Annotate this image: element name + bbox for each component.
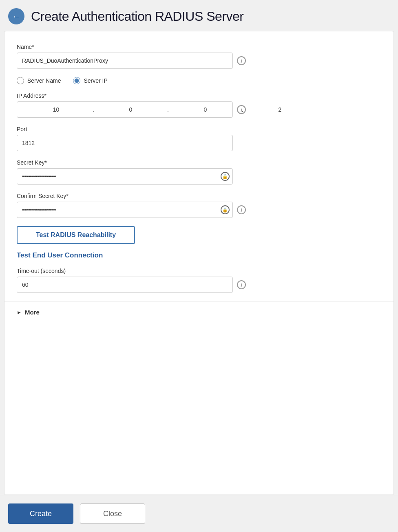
close-button[interactable]: Close	[80, 503, 145, 524]
confirm-secret-key-field-group: Confirm Secret Key* 🔒 i	[17, 193, 381, 218]
timeout-field-group: Time-out (seconds) i	[17, 268, 381, 293]
server-name-radio[interactable]	[17, 77, 24, 84]
server-name-radio-option[interactable]: Server Name	[17, 77, 61, 84]
name-info-icon[interactable]: i	[237, 56, 246, 65]
timeout-info-icon[interactable]: i	[237, 280, 246, 289]
confirm-secret-key-toggle-button[interactable]: 🔒	[221, 205, 230, 214]
name-field-row: i	[17, 53, 381, 69]
test-radius-button[interactable]: Test RADIUS Reachability	[17, 226, 135, 244]
ip-segment-3[interactable]	[170, 106, 241, 113]
test-end-user-link[interactable]: Test End User Connection	[17, 251, 381, 259]
confirm-secret-key-info-icon[interactable]: i	[237, 205, 246, 214]
ip-label: IP Address*	[17, 92, 381, 99]
secret-key-field-row: 🔒	[17, 168, 381, 185]
radio-group: Server Name Server IP	[17, 77, 381, 84]
name-field-group: Name* i	[17, 44, 381, 69]
page-header: ← Create Authentication RADIUS Server	[0, 0, 398, 31]
name-label: Name*	[17, 44, 381, 50]
confirm-lock-icon: 🔒	[221, 205, 230, 214]
more-label: More	[25, 309, 40, 316]
more-section[interactable]: ► More	[17, 301, 381, 323]
port-input[interactable]	[17, 135, 233, 151]
ip-segment-4[interactable]	[244, 106, 316, 113]
confirm-secret-key-wrapper: 🔒	[17, 202, 233, 218]
timeout-input[interactable]	[17, 277, 233, 293]
name-input[interactable]	[17, 53, 233, 69]
server-ip-radio-option[interactable]: Server IP	[73, 77, 107, 84]
ip-segment-1[interactable]	[20, 106, 92, 113]
secret-key-wrapper: 🔒	[17, 168, 233, 185]
back-button[interactable]: ←	[8, 8, 24, 24]
server-name-radio-label: Server Name	[27, 77, 61, 84]
port-field-row	[17, 135, 381, 151]
more-arrow-icon: ►	[17, 310, 22, 315]
footer: Create Close	[0, 495, 398, 532]
secret-key-field-group: Secret Key* 🔒	[17, 159, 381, 185]
confirm-secret-key-field-row: 🔒 i	[17, 202, 381, 218]
ip-field-group: IP Address* . . . i	[17, 92, 381, 118]
ip-segment-2[interactable]	[95, 106, 166, 113]
secret-key-toggle-button[interactable]: 🔒	[221, 172, 230, 181]
ip-input-group: . . .	[17, 101, 233, 118]
ip-dot-1: .	[92, 106, 95, 113]
ip-info-icon[interactable]: i	[237, 105, 246, 114]
server-ip-radio-label: Server IP	[84, 77, 107, 84]
lock-icon: 🔒	[221, 172, 230, 181]
secret-key-label: Secret Key*	[17, 159, 381, 166]
form-container: Name* i Server Name Server IP IP Address…	[4, 31, 394, 495]
port-label: Port	[17, 126, 381, 132]
server-ip-radio[interactable]	[73, 77, 80, 84]
timeout-label: Time-out (seconds)	[17, 268, 381, 274]
page-title: Create Authentication RADIUS Server	[31, 9, 243, 24]
ip-field-row: . . . i	[17, 101, 381, 118]
confirm-secret-key-input[interactable]	[17, 202, 233, 218]
secret-key-input[interactable]	[17, 168, 233, 185]
timeout-field-row: i	[17, 277, 381, 293]
create-button[interactable]: Create	[8, 503, 73, 524]
port-field-group: Port	[17, 126, 381, 151]
confirm-secret-key-label: Confirm Secret Key*	[17, 193, 381, 199]
back-arrow-icon: ←	[12, 12, 20, 20]
ip-dot-2: .	[166, 106, 170, 113]
